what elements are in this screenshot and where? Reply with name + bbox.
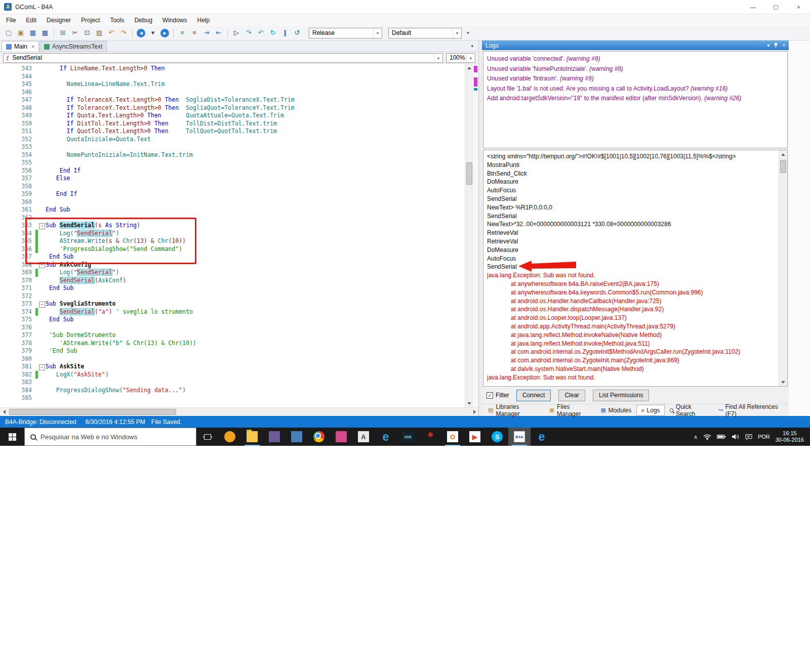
clear-button[interactable]: Clear [558, 390, 585, 401]
code-line[interactable]: 361End Sub [0, 206, 465, 214]
code-line[interactable]: 378 'AStream.Write("b" & Chr(13) & Chr(1… [0, 340, 465, 348]
panel-tab-find-all-references-f7[interactable]: ↪Find All References (F7) [714, 402, 789, 419]
log-entry[interactable]: RetrieveVal [487, 229, 779, 237]
menu-windows[interactable]: Windows [157, 15, 192, 26]
internet-explorer-app[interactable]: e [375, 428, 397, 446]
intel-xdk-app[interactable]: XDK [397, 428, 419, 446]
menu-file[interactable]: File [1, 15, 21, 26]
network-icon[interactable] [703, 433, 711, 440]
log-entry[interactable]: BtnSend_Click [487, 170, 779, 178]
fold-collapse-icon[interactable] [38, 300, 46, 308]
code-line[interactable]: 344 [0, 73, 465, 81]
task-view-button[interactable] [196, 428, 219, 446]
media-player-app[interactable]: ▶ [464, 428, 486, 446]
blue-doc-app[interactable] [286, 428, 308, 446]
code-line[interactable]: 377 'Sub DormeStrumento [0, 331, 465, 340]
rebuild-icon[interactable]: ↺ [292, 27, 303, 38]
code-line[interactable]: 352 QuotaIniziale=Quota.Text [0, 136, 465, 144]
comment-icon[interactable]: ≡ [177, 27, 188, 38]
step-out-icon[interactable]: ↻ [267, 27, 278, 38]
scroll-right-button[interactable] [470, 408, 478, 416]
window-position-icon[interactable]: ▾ [767, 43, 770, 48]
code-line[interactable]: 348 If ToleranceY.Text.Length>0 Then Sog… [0, 104, 465, 112]
code-line[interactable]: 349 If Quota.Text.Length>0 Then QuotaAtt… [0, 112, 465, 120]
code-line[interactable]: 383 [0, 379, 465, 387]
log-entry[interactable]: AutoFocus [487, 186, 779, 195]
pin-icon[interactable] [774, 43, 778, 48]
code-line[interactable]: 357 Else [0, 175, 465, 183]
release-dropdown[interactable]: Release ▾ [309, 28, 382, 38]
pause-icon[interactable]: ∥ [279, 27, 291, 38]
file-explorer-app[interactable] [241, 428, 263, 446]
close-panel-icon[interactable]: × [782, 43, 785, 48]
maximize-button[interactable]: ▢ [764, 0, 787, 14]
log-entry[interactable]: NewText> %R1P,0,0:0,0 [487, 203, 779, 212]
log-entry[interactable]: at android.os.Looper.loop(Looper.java:13… [487, 314, 779, 322]
honeyview-app[interactable] [219, 428, 241, 446]
panel-tab-modules[interactable]: ▦Modules [596, 405, 635, 415]
scroll-up-button[interactable] [465, 64, 473, 72]
panel-tab-quick-search[interactable]: Quick Search [666, 402, 713, 419]
log-entry[interactable]: at java.lang.reflect.Method.invoke(Metho… [487, 340, 779, 348]
code-line[interactable]: 375 End Sub [0, 316, 465, 324]
warning-message[interactable]: Add android:targetSdkVersion="19" to the… [487, 94, 784, 104]
code-line[interactable]: 359 End If [0, 190, 465, 198]
log-entry[interactable]: DoMeasure [487, 178, 779, 186]
panel-tab-logs[interactable]: ≡Logs [636, 405, 664, 416]
code-line[interactable]: 350 If DistTol.Text.Length>0 Then TollDi… [0, 120, 465, 128]
member-dropdown[interactable]: ƒ SendSerial ▾ [3, 53, 443, 63]
b4a-app[interactable]: B4A [508, 428, 531, 446]
log-entry[interactable]: at android.os.Handler.dispatchMessage(Ha… [487, 305, 779, 314]
code-line[interactable]: 373Sub SvegliaStrumento [0, 300, 465, 308]
undo-icon[interactable]: ↶ [106, 27, 117, 38]
code-line[interactable]: 381Sub AskSite [0, 363, 465, 371]
open-file-icon[interactable]: ▣ [15, 27, 26, 38]
logs-scrollbar[interactable] [779, 150, 787, 386]
log-entry[interactable]: RetrieveVal [487, 237, 779, 246]
warning-message[interactable]: Layout file '1.bal' is not used. Are you… [487, 84, 784, 94]
clock[interactable]: 16:15 30-06-2016 [776, 430, 804, 443]
code-line[interactable]: 356 End If [0, 167, 465, 175]
red-star-app[interactable]: * [419, 428, 441, 446]
notification-icon[interactable] [745, 434, 752, 440]
language-indicator[interactable]: POR [758, 434, 770, 440]
code-line[interactable]: 380 [0, 355, 465, 363]
scroll-left-button[interactable] [0, 408, 8, 416]
code-line[interactable]: 358 [0, 183, 465, 191]
paste-icon[interactable]: ▨ [94, 27, 105, 38]
close-button[interactable]: × [787, 0, 810, 14]
warning-message[interactable]: Unused variable 'NomePuntoIniziale'. (wa… [487, 64, 784, 74]
zoom-dropdown[interactable]: 100% ▾ [446, 53, 475, 63]
uncomment-icon[interactable]: ≡ [189, 27, 200, 38]
a-app[interactable]: A [352, 428, 375, 446]
battery-icon[interactable] [717, 434, 726, 439]
log-entry[interactable]: MostraPunti [487, 161, 779, 170]
chevron-up-icon[interactable]: ∧ [694, 434, 698, 440]
code-line[interactable]: 379 'End Sub [0, 347, 465, 355]
code-line[interactable]: 355 [0, 159, 465, 167]
designer-icon[interactable]: ⊞ [57, 27, 68, 38]
outlook-app[interactable]: O [441, 428, 464, 446]
scroll-down-button[interactable] [465, 399, 473, 407]
indent-icon[interactable]: ⇥ [201, 27, 212, 38]
warning-message[interactable]: Unused variable 'connected'. (warning #9… [487, 54, 784, 64]
log-entry[interactable]: at anywheresoftware.b4a.keywords.Common$… [487, 288, 779, 297]
filter-toggle[interactable]: ✓ Filter [487, 392, 509, 399]
code-line[interactable]: 346 [0, 89, 465, 97]
menu-project[interactable]: Project [76, 15, 105, 26]
log-entry[interactable]: at dalvik.system.NativeStart.main(Native… [487, 365, 779, 373]
code-line[interactable]: 385 [0, 394, 465, 402]
code-line[interactable]: 343 If LineName.Text.Length>0 Then [0, 65, 465, 73]
outdent-icon[interactable]: ⇤ [213, 27, 224, 38]
step-over-icon[interactable]: ↷ [243, 27, 254, 38]
toolbar-overflow-icon[interactable]: ▾ [467, 30, 469, 35]
log-entry[interactable]: SendSerial [487, 195, 779, 203]
log-entry[interactable]: <string xmlns="http://tempuri.org/">#!OK… [487, 152, 779, 161]
filter-checkbox[interactable]: ✓ [487, 392, 493, 399]
cut-icon[interactable]: ✂ [69, 27, 80, 38]
tab-main[interactable]: Main× [2, 41, 39, 52]
redo-icon[interactable]: ↷ [118, 27, 129, 38]
log-entry[interactable]: at anywheresoftware.b4a.BA.raiseEvent2(B… [487, 280, 779, 288]
panel-tab-files-manager[interactable]: ▣Files Manager [545, 402, 596, 419]
code-line[interactable]: 360 [0, 198, 465, 206]
